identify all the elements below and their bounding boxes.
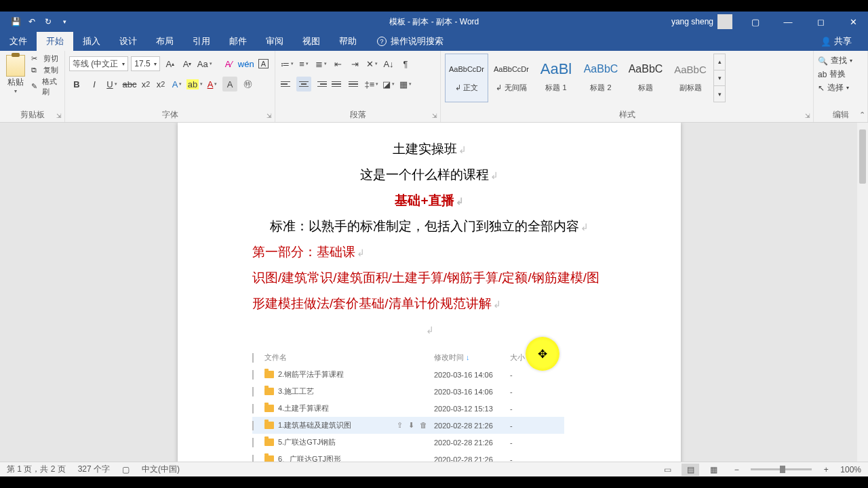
char-border-button[interactable]: A: [256, 56, 271, 71]
shading-button[interactable]: ◪▾: [381, 77, 396, 92]
style-item-3[interactable]: AaBbC标题 2: [579, 54, 623, 102]
row-checkbox[interactable]: [252, 438, 254, 447]
clear-format-button[interactable]: A⁄: [221, 56, 235, 71]
delete-icon[interactable]: 🗑: [420, 421, 427, 430]
gallery-up-icon[interactable]: ▴: [714, 54, 725, 70]
word-count[interactable]: 327 个字: [78, 464, 110, 475]
close-button[interactable]: ✕: [838, 12, 868, 32]
highlight-button[interactable]: ab▾: [187, 77, 202, 92]
superscript-button[interactable]: x2: [155, 77, 167, 92]
tab-review[interactable]: 审阅: [256, 32, 293, 51]
maximize-button[interactable]: ◻: [806, 12, 835, 32]
document-workspace[interactable]: 土建实操班↲ 这是一个什么样的课程↲ 基础+直播↲ 标准：以熟手的标准制定，包括…: [0, 123, 868, 462]
zoom-slider[interactable]: [751, 468, 812, 470]
grow-font-button[interactable]: A▴: [163, 56, 177, 71]
borders-button[interactable]: ▦▾: [398, 77, 413, 92]
share-icon[interactable]: ⇪: [397, 421, 403, 430]
file-row[interactable]: 6、广联达GTJ图形 2020-02-28 21:26 -: [252, 451, 564, 462]
format-painter-button[interactable]: ✎格式刷: [31, 77, 60, 97]
multilevel-button[interactable]: ≣▾: [313, 56, 328, 71]
asian-layout-button[interactable]: ✕▾: [364, 56, 379, 71]
ribbon-options-icon[interactable]: ▢: [741, 12, 770, 32]
redo-icon[interactable]: ↻: [42, 16, 54, 28]
align-center-button[interactable]: [296, 77, 311, 92]
font-launcher-icon[interactable]: ⇲: [265, 112, 273, 120]
shrink-font-button[interactable]: A▾: [180, 56, 194, 71]
italic-button[interactable]: I: [87, 77, 102, 92]
row-checkbox[interactable]: [252, 455, 254, 462]
row-checkbox[interactable]: [252, 404, 254, 413]
style-item-1[interactable]: AaBbCcDr↲ 无间隔: [490, 54, 533, 102]
style-item-0[interactable]: AaBbCcDr↲ 正文: [445, 54, 488, 102]
tab-mailings[interactable]: 邮件: [220, 32, 256, 51]
file-row[interactable]: 5.广联达GTJ钢筋 2020-02-28 21:26 -: [252, 434, 564, 451]
find-button[interactable]: 🔍查找▾: [818, 55, 863, 66]
read-mode-button[interactable]: ▭: [658, 464, 676, 476]
cut-button[interactable]: ✂剪切: [31, 54, 60, 64]
style-item-5[interactable]: AaBbC副标题: [669, 54, 712, 102]
gallery-more-icon[interactable]: ▾: [714, 86, 725, 102]
tab-home[interactable]: 开始: [37, 32, 73, 51]
style-item-2[interactable]: AaBl标题 1: [534, 54, 578, 102]
file-row[interactable]: 3.施工工艺 2020-03-16 14:06 -: [252, 383, 564, 400]
row-checkbox[interactable]: [252, 370, 254, 380]
replace-button[interactable]: ab替换: [818, 68, 863, 80]
user-account[interactable]: yang sheng: [671, 14, 732, 29]
scrollbar-thumb[interactable]: [859, 129, 866, 184]
collapse-ribbon-icon[interactable]: ⌃: [859, 110, 865, 119]
clipboard-launcher-icon[interactable]: ⇲: [55, 112, 63, 120]
subscript-button[interactable]: x2: [140, 77, 152, 92]
save-icon[interactable]: 💾: [9, 16, 22, 28]
strike-button[interactable]: abc: [122, 77, 137, 92]
zoom-in-button[interactable]: +: [817, 464, 835, 476]
spellcheck-icon[interactable]: ▢: [122, 465, 130, 474]
vertical-scrollbar[interactable]: [857, 123, 868, 462]
show-marks-button[interactable]: ¶: [398, 56, 413, 71]
bullets-button[interactable]: ≔▾: [279, 56, 294, 71]
distribute-button[interactable]: [347, 77, 362, 92]
bold-button[interactable]: B: [69, 77, 84, 92]
select-button[interactable]: ↖选择▾: [818, 82, 863, 94]
align-left-button[interactable]: [279, 77, 294, 92]
tab-help[interactable]: 帮助: [330, 32, 366, 51]
print-layout-button[interactable]: ▤: [682, 464, 699, 476]
decrease-indent-button[interactable]: ⇤: [330, 56, 345, 71]
undo-icon[interactable]: ↶: [26, 16, 38, 28]
font-name-combo[interactable]: 等线 (中文正▾: [69, 56, 128, 71]
gallery-down-icon[interactable]: ▾: [714, 70, 725, 87]
phonetic-guide-button[interactable]: wén: [239, 56, 254, 71]
page-indicator[interactable]: 第 1 页，共 2 页: [7, 464, 66, 475]
enclose-char-button[interactable]: ㊕: [240, 77, 255, 92]
row-checkbox[interactable]: [252, 387, 254, 396]
minimize-button[interactable]: —: [773, 12, 803, 32]
tab-design[interactable]: 设计: [110, 32, 146, 51]
zoom-out-button[interactable]: −: [728, 464, 745, 476]
justify-button[interactable]: [330, 77, 345, 92]
char-shading-button[interactable]: A: [222, 77, 237, 92]
align-right-button[interactable]: [313, 77, 328, 92]
zoom-level[interactable]: 100%: [840, 465, 861, 474]
download-icon[interactable]: ⬇: [408, 421, 414, 430]
qat-more-icon[interactable]: ▾: [58, 16, 71, 28]
file-row[interactable]: 4.土建手算课程 2020-03-12 15:13 -: [252, 400, 564, 417]
share-button[interactable]: 👤 共享: [814, 32, 859, 51]
font-size-combo[interactable]: 17.5▾: [131, 56, 160, 71]
styles-launcher-icon[interactable]: ⇲: [804, 112, 812, 120]
web-layout-button[interactable]: ▦: [705, 464, 722, 476]
file-row[interactable]: 1.建筑基础及建筑识图⇪⬇🗑 2020-02-28 21:26 -: [252, 417, 564, 434]
paragraph-launcher-icon[interactable]: ⇲: [431, 112, 439, 120]
change-case-button[interactable]: Aa▾: [197, 56, 212, 71]
increase-indent-button[interactable]: ⇥: [347, 56, 362, 71]
line-spacing-button[interactable]: ‡≡▾: [364, 77, 379, 92]
paste-button[interactable]: 粘贴 ▾: [4, 54, 27, 102]
styles-gallery-scroll[interactable]: ▴▾▾: [713, 54, 726, 102]
style-item-4[interactable]: AaBbC标题: [624, 54, 667, 102]
select-all-checkbox[interactable]: [252, 353, 254, 363]
font-color-button[interactable]: A▾: [205, 77, 220, 92]
tell-me-search[interactable]: ? 操作说明搜索: [370, 32, 450, 51]
text-effects-button[interactable]: A▾: [170, 77, 184, 92]
file-row[interactable]: 2.钢筋平法手算课程 2020-03-16 14:06 -: [252, 366, 564, 383]
row-checkbox[interactable]: [252, 421, 254, 430]
tab-references[interactable]: 引用: [183, 32, 220, 51]
tab-file[interactable]: 文件: [0, 32, 37, 51]
